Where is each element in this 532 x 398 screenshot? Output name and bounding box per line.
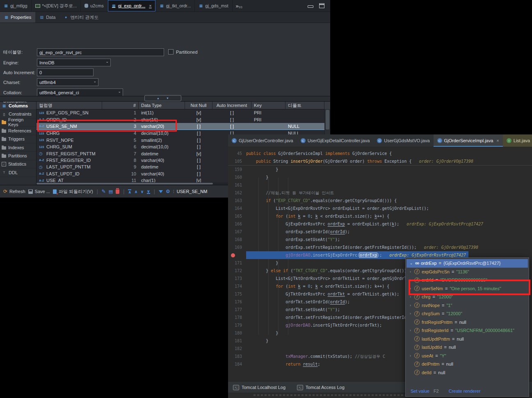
file-tab-usergjexpdetailcontroller-java[interactable]: CUserGjExpDetailController.java: [297, 134, 374, 147]
hidden-tabs-chevron[interactable]: »93: [233, 0, 246, 11]
line-number[interactable]: 177: [228, 306, 246, 314]
collation-select[interactable]: utf8mb4_general_ci⌄: [37, 89, 123, 96]
delete-column-button[interactable]: [116, 189, 119, 194]
set-value-link[interactable]: Set value: [411, 389, 429, 393]
expand-chevron-icon[interactable]: ›: [409, 303, 412, 307]
column-autoincrement-cell[interactable]: [ ]: [212, 123, 251, 130]
expand-chevron-icon[interactable]: ›: [409, 295, 412, 299]
collapse-up-icon[interactable]: ▲: [157, 97, 160, 100]
revert-file-button[interactable]: 파일 되돌리기(V): [53, 189, 93, 195]
line-number[interactable]: 174: [228, 282, 246, 290]
column-notnull-cell[interactable]: [v]: [185, 109, 212, 116]
view-tab-[interactable]: ♦엔티티 관계도: [59, 12, 103, 23]
file-tab-gjorderserviceimpl-java[interactable]: CGjOrderServiceImpl.java×: [434, 134, 503, 147]
code-line[interactable]: 163 if ("EXP_CTGRY_CD".equals(order.getC…: [228, 197, 532, 205]
line-number[interactable]: 181: [228, 337, 246, 345]
code-line[interactable]: 160 }: [228, 173, 532, 181]
expand-chevron-icon[interactable]: ›: [409, 354, 412, 358]
line-number[interactable]: 176: [228, 298, 246, 306]
column-notnull-cell[interactable]: [ ]: [185, 137, 212, 143]
code-line[interactable]: 162 //체험,티켓 등 부가테이블 인서트: [228, 189, 532, 197]
window-tab[interactable]: u2cms: [81, 0, 107, 11]
variable-row-lastUpdtPnttm[interactable]: flastUpdtPnttm=null: [406, 335, 529, 343]
move-up-button[interactable]: ∧: [134, 189, 137, 194]
variable-row-frstRegistPnttm[interactable]: ffrstRegistPnttm=null: [406, 318, 529, 327]
scrollbar-thumb[interactable]: [326, 110, 329, 130]
line-number[interactable]: 164: [228, 205, 246, 212]
file-tab-usergjgdsmstvo-java[interactable]: CUserGjGdsMstVO.java: [373, 134, 433, 147]
auto-increment-input[interactable]: 0: [37, 68, 94, 76]
window-tab[interactable]: *<[DEV] 경주로...: [32, 0, 81, 11]
column-notnull-cell[interactable]: [v]: [185, 150, 212, 157]
sidebar-item-references[interactable]: References: [0, 127, 36, 135]
splitter-handle[interactable]: ▲▼: [144, 95, 181, 101]
grid-header-cell[interactable]: 컬럼명: [37, 102, 102, 109]
line-number[interactable]: 175: [228, 290, 246, 298]
line-number[interactable]: 178: [228, 314, 246, 321]
line-number[interactable]: 166: [228, 220, 246, 228]
move-down-button[interactable]: ∨: [141, 189, 144, 194]
settings-button[interactable]: ⚙: [166, 189, 170, 194]
partitioned-checkbox[interactable]: [168, 49, 174, 55]
line-number[interactable]: 45: [228, 150, 246, 157]
charset-select[interactable]: utf8mb4⌄: [37, 78, 98, 86]
line-number[interactable]: 171: [228, 259, 246, 267]
save-button[interactable]: Save ...: [28, 189, 50, 194]
variable-row-useAt[interactable]: ›fuseAt="Y": [406, 352, 529, 360]
close-tab-icon[interactable]: ×: [149, 3, 151, 8]
line-number[interactable]: 160: [228, 173, 246, 181]
line-number[interactable]: 105: [228, 157, 246, 165]
engine-select[interactable]: InnoDB⌄: [37, 59, 111, 66]
line-number[interactable]: 161: [228, 181, 246, 189]
variable-row-delPnttm[interactable]: fdelPnttm=null: [406, 360, 529, 368]
line-number[interactable]: 169: [228, 243, 246, 251]
expand-chevron-icon[interactable]: ›: [409, 270, 412, 274]
sidebar-item-triggers[interactable]: Triggers: [0, 135, 36, 143]
line-number[interactable]: 179: [228, 321, 246, 329]
column-row[interactable]: 123EXP_GDS_PRC_SN1int(11)[v][ ]PRI: [37, 109, 330, 116]
column-notnull-cell[interactable]: [ ]: [185, 157, 212, 164]
column-notnull-cell[interactable]: [ ]: [185, 171, 212, 177]
file-tab-list-java[interactable]: IList.java: [503, 134, 532, 147]
code-line[interactable]: 159 }: [228, 166, 532, 173]
view-tab-properties[interactable]: ▦Properties: [0, 12, 35, 23]
window-tab[interactable]: ▦gj_exp_ordr...×: [108, 0, 156, 11]
column-notnull-cell[interactable]: [ ]: [185, 164, 212, 170]
line-number[interactable]: 180: [228, 329, 246, 337]
file-tab-gjuserordercontroller-java[interactable]: CGjUserOrderController.java: [228, 134, 297, 147]
line-number[interactable]: 172: [228, 267, 246, 275]
code-line[interactable]: 169 ordrExp.setFrstRegisterId(order.getF…: [228, 243, 532, 251]
grid-header-cell[interactable]: #: [102, 102, 139, 109]
window-tab[interactable]: ▦gj_mtlgg: [0, 0, 32, 11]
grid-header-cell[interactable]: Data Type: [139, 102, 185, 109]
code-line[interactable]: 164 List<GjExpOrdrRsvtPrc> ordrExpList =…: [228, 205, 532, 212]
grid-header-cell[interactable]: Not Null: [185, 102, 212, 109]
grid-header-cell[interactable]: Auto Increment: [212, 102, 251, 109]
grid-header-cell[interactable]: 디폴트: [285, 102, 324, 109]
tool-tab-tomcat-access-log[interactable]: >_Tomcat Access Log: [297, 385, 345, 390]
create-renderer-link[interactable]: Create renderer: [449, 389, 481, 393]
move-bottom-button[interactable]: ∨: [147, 189, 150, 194]
code-line[interactable]: 167 ordrExp.setOrdrId(ordrId);: [228, 228, 532, 236]
line-number[interactable]: 168: [228, 236, 246, 243]
filter-button[interactable]: [159, 190, 163, 193]
line-number[interactable]: 173: [228, 275, 246, 282]
variable-row-expGdsPrcSn[interactable]: ›fexpGdsPrcSn="1136": [406, 268, 529, 276]
window-tab[interactable]: ▦gj_gds_mst: [195, 0, 232, 11]
sidebar-item-foreign-keys[interactable]: Foreign Keys: [0, 118, 36, 127]
column-autoincrement-cell[interactable]: [ ]: [212, 109, 251, 116]
edit-column-button[interactable]: ✎: [102, 189, 106, 194]
line-number[interactable]: 184: [228, 360, 246, 368]
variable-row-frstRegisterId[interactable]: ›ffrstRegisterId="USRCNFRM_00000048661": [406, 326, 529, 335]
grid-header-cell[interactable]: Key: [251, 102, 285, 109]
line-number[interactable]: 182: [228, 345, 246, 353]
add-column-button[interactable]: ▤: [109, 189, 113, 194]
variable-row-rsvtNope[interactable]: ›frsvtNope="1": [406, 301, 529, 310]
variable-row-chrgSum[interactable]: ›fchrgSum="12000": [406, 309, 529, 318]
scrollbar-thumb[interactable]: [37, 183, 213, 184]
code-line[interactable]: 45public class GjOrderServiceImpl implem…: [228, 150, 532, 157]
column-autoincrement-cell[interactable]: [ ]: [212, 116, 251, 123]
restore-icon[interactable]: [319, 3, 324, 8]
expand-chevron-icon[interactable]: ›: [409, 328, 412, 332]
collapse-down-icon[interactable]: ▼: [166, 97, 169, 100]
